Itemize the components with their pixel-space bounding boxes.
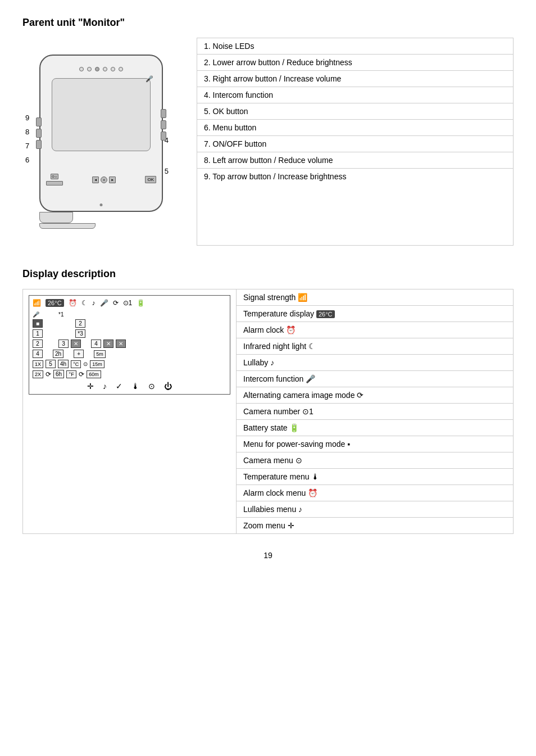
alt-camera-icon: ⟳: [113, 299, 119, 307]
parent-unit-title: Parent unit "Monitor": [22, 17, 514, 29]
alarm-icon: ⏰: [69, 299, 77, 307]
display-item-lullabies-menu: Lullabies menu ♪: [237, 501, 513, 518]
part-5: 5. OK button: [197, 103, 513, 120]
grid-row-3: 2 3 ✕ 4 ✕ ✕: [33, 339, 226, 348]
signal-icon: 📶: [33, 299, 41, 307]
label-6: 6: [25, 156, 29, 164]
display-items-list: Signal strength 📶 Temperature display 26…: [237, 289, 513, 533]
display-item-camera-num: Camera number ⊙1: [237, 404, 513, 420]
display-item-battery: Battery state 🔋: [237, 420, 513, 436]
label-9: 9: [25, 114, 29, 122]
lullaby-icon: ♪: [92, 299, 96, 307]
parts-table: 1. Noise LEDs 2. Lower arrow button / Re…: [197, 38, 514, 246]
display-icon-row: 📶 26°C ⏰ ☾ ♪ 🎤 ⟳ ⊙1 🔋: [33, 299, 226, 307]
part-7: 7. ON/OFF button: [197, 136, 513, 152]
lullaby-icon-bottom: ♪: [103, 382, 107, 391]
part-3: 3. Right arrow button / Increase volume: [197, 71, 513, 87]
part-4: 4. Intercom function: [197, 87, 513, 103]
display-item-alarm: Alarm clock ⏰: [237, 322, 513, 338]
grid-row-1: ■ 2: [33, 319, 226, 328]
zoom-icon-bottom: ✛: [87, 382, 94, 391]
part-8: 8. Left arrow button / Reduce volume: [197, 152, 513, 169]
display-grid: 📶 26°C ⏰ ☾ ♪ 🎤 ⟳ ⊙1 🔋 🎤 *1 ■ 2 1: [29, 295, 230, 395]
camera-num-icon: ⊙1: [123, 299, 133, 307]
part-1: 1. Noise LEDs: [197, 38, 513, 55]
monitor-screen: [52, 78, 151, 151]
display-item-alt-camera: Alternating camera image mode ⟳: [237, 387, 513, 404]
display-item-intercom: Intercom function 🎤: [237, 371, 513, 387]
display-section: 📶 26°C ⏰ ☾ ♪ 🎤 ⟳ ⊙1 🔋 🎤 *1 ■ 2 1: [22, 289, 514, 534]
display-item-lullaby: Lullaby ♪: [237, 355, 513, 371]
power-icon-bottom: ⏻: [164, 382, 172, 391]
display-diagram: 📶 26°C ⏰ ☾ ♪ 🎤 ⟳ ⊙1 🔋 🎤 *1 ■ 2 1: [23, 289, 237, 533]
label-7: 7: [25, 142, 29, 150]
display-item-zoom-menu: Zoom menu ✛: [237, 518, 513, 533]
temp-icon-bottom: 🌡: [131, 382, 139, 391]
display-title: Display description: [22, 268, 514, 280]
display-bottom-icon-row: ✛ ♪ ✓ 🌡 ⊙ ⏻: [33, 382, 226, 391]
intercom-icon: 🎤: [100, 299, 108, 307]
page-number: 19: [22, 551, 514, 560]
display-item-night: Infrared night light ☾: [237, 338, 513, 355]
temp-badge: 26°C: [46, 299, 64, 307]
night-icon: ☾: [81, 299, 88, 307]
grid-row-2: 1 *3: [33, 329, 226, 338]
display-item-temp-menu: Temperature menu 🌡: [237, 469, 513, 485]
battery-icon: 🔋: [137, 299, 145, 307]
grid-row-4: 4 2h + 5m: [33, 350, 226, 358]
check-icon-bottom: ✓: [116, 382, 122, 391]
grid-row-6: 2X ⟳ 6h °F ⟳ 60m: [33, 370, 226, 378]
display-item-power-saving: Menu for power-saving mode ▪: [237, 436, 513, 452]
display-item-signal: Signal strength 📶: [237, 289, 513, 306]
label-5: 5: [165, 167, 169, 175]
part-6: 6. Menu button: [197, 120, 513, 136]
grid-row-0: 🎤 *1: [33, 311, 226, 318]
display-item-temp: Temperature display 26°C: [237, 306, 513, 322]
part-9: 9. Top arrow button / Increase brightnes…: [197, 169, 513, 184]
display-item-camera-menu: Camera menu ⊙: [237, 452, 513, 469]
parent-unit-section: 1 9 8 7 6 2 3 4 5: [22, 38, 514, 246]
display-item-alarm-menu: Alarm clock menu ⏰: [237, 485, 513, 501]
label-8: 8: [25, 128, 29, 136]
grid-row-5: 1X 5 4h °C ⊙ 15m: [33, 360, 226, 368]
part-2: 2. Lower arrow button / Reduce brightnes…: [197, 55, 513, 71]
monitor-diagram: 1 9 8 7 6 2 3 4 5: [22, 38, 180, 246]
leds-row: [79, 67, 123, 71]
alarm-icon-bottom: ⊙: [148, 382, 155, 391]
